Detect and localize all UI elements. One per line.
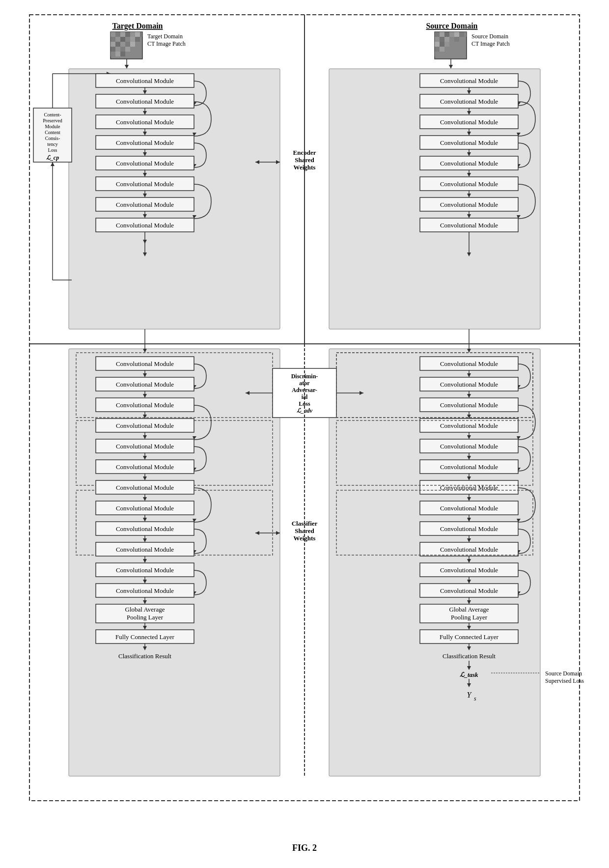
svg-text:Shared: Shared bbox=[295, 156, 314, 164]
svg-rect-83 bbox=[435, 37, 440, 42]
source-enc-mod-6: Convolutional Module bbox=[440, 180, 498, 188]
figure-caption: FIG. 2 bbox=[292, 843, 317, 853]
svg-text:s: s bbox=[474, 695, 476, 702]
target-enc-mod-1: Convolutional Module bbox=[116, 77, 174, 84]
target-dec-mod-10: Convolutional Module bbox=[116, 546, 174, 553]
svg-rect-19 bbox=[120, 42, 125, 47]
content-loss-label: ℒ_cp bbox=[46, 154, 59, 161]
svg-rect-87 bbox=[454, 37, 459, 42]
target-dec-mod-11: Convolutional Module bbox=[116, 566, 174, 574]
target-dec-mod-3: Convolutional Module bbox=[116, 401, 174, 409]
main-diagram: Target Domain Target Domain CT Image Pat… bbox=[25, 10, 584, 835]
svg-rect-4 bbox=[111, 32, 115, 37]
svg-rect-23 bbox=[115, 47, 120, 52]
source-enc-mod-1: Convolutional Module bbox=[440, 77, 498, 84]
svg-rect-82 bbox=[464, 32, 467, 37]
svg-rect-25 bbox=[125, 47, 130, 52]
source-gap-layer: Global Average bbox=[449, 606, 489, 613]
svg-rect-27 bbox=[115, 52, 120, 56]
target-dec-mod-5: Convolutional Module bbox=[116, 443, 174, 450]
svg-rect-77 bbox=[440, 32, 444, 37]
source-enc-mod-4: Convolutional Module bbox=[440, 139, 498, 146]
svg-rect-88 bbox=[435, 42, 440, 47]
source-dec-mod-6: Convolutional Module bbox=[440, 463, 498, 471]
svg-rect-90 bbox=[444, 42, 449, 47]
target-classification-result: Classification Result bbox=[118, 652, 171, 660]
svg-text:CT Image Patch: CT Image Patch bbox=[147, 40, 186, 47]
target-enc-mod-8: Convolutional Module bbox=[116, 222, 174, 229]
target-dec-mod-12: Convolutional Module bbox=[116, 587, 174, 594]
svg-text:Weights: Weights bbox=[294, 164, 316, 171]
svg-rect-6 bbox=[120, 32, 125, 37]
source-dec-mod-3: Convolutional Module bbox=[440, 401, 498, 409]
target-dec-mod-6: Convolutional Module bbox=[116, 463, 174, 471]
svg-rect-24 bbox=[120, 47, 125, 52]
svg-rect-91 bbox=[435, 47, 440, 52]
svg-rect-8 bbox=[130, 32, 135, 37]
svg-rect-17 bbox=[111, 42, 115, 47]
svg-text:CT Image Patch: CT Image Patch bbox=[471, 40, 510, 47]
svg-rect-28 bbox=[120, 52, 125, 56]
source-domain-title: Source Domain bbox=[426, 22, 477, 30]
svg-text:Loss: Loss bbox=[48, 147, 57, 153]
svg-text:Preserved: Preserved bbox=[43, 118, 62, 123]
svg-rect-13 bbox=[120, 37, 125, 42]
supervised-loss-label: Source Domain bbox=[545, 670, 582, 677]
source-dec-mod-4: Convolutional Module bbox=[440, 422, 498, 429]
source-dec-mod-5: Convolutional Module bbox=[440, 443, 498, 450]
source-dec-mod-11: Convolutional Module bbox=[440, 566, 498, 574]
svg-rect-86 bbox=[449, 37, 454, 42]
source-dec-mod-8: Convolutional Module bbox=[440, 504, 498, 512]
svg-rect-134 bbox=[329, 349, 540, 776]
content-preserved-label: Content- bbox=[44, 112, 61, 117]
svg-rect-21 bbox=[130, 42, 135, 47]
target-dec-mod-4: Convolutional Module bbox=[116, 422, 174, 429]
svg-text:Supervised Loss: Supervised Loss bbox=[545, 677, 584, 684]
svg-rect-20 bbox=[125, 42, 130, 47]
svg-text:Consis-: Consis- bbox=[45, 136, 60, 141]
source-dec-mod-9: Convolutional Module bbox=[440, 525, 498, 532]
target-patch-label: Target Domain bbox=[147, 33, 183, 40]
task-loss-label: ℒ_task bbox=[460, 671, 478, 678]
target-dec-mod-8: Convolutional Module bbox=[116, 504, 174, 512]
svg-rect-15 bbox=[130, 37, 135, 42]
target-enc-mod-2: Convolutional Module bbox=[116, 98, 174, 105]
svg-text:Module: Module bbox=[45, 124, 60, 129]
encoder-label: Encoder bbox=[293, 149, 316, 156]
svg-rect-9 bbox=[135, 32, 140, 37]
svg-rect-80 bbox=[454, 32, 459, 37]
source-enc-mod-3: Convolutional Module bbox=[440, 118, 498, 126]
source-patch-label: Source Domain bbox=[471, 33, 508, 40]
target-dec-mod-1: Convolutional Module bbox=[116, 360, 174, 367]
source-enc-mod-8: Convolutional Module bbox=[440, 222, 498, 229]
target-enc-mod-6: Convolutional Module bbox=[116, 180, 174, 188]
svg-rect-89 bbox=[440, 42, 444, 47]
target-enc-mod-5: Convolutional Module bbox=[116, 160, 174, 167]
svg-rect-78 bbox=[444, 32, 449, 37]
svg-rect-11 bbox=[111, 37, 115, 42]
svg-rect-7 bbox=[125, 32, 130, 37]
svg-text:Pooling Layer: Pooling Layer bbox=[127, 614, 164, 621]
source-dec-mod-12: Convolutional Module bbox=[440, 587, 498, 594]
svg-rect-16 bbox=[135, 37, 140, 42]
svg-rect-10 bbox=[140, 32, 142, 37]
svg-rect-81 bbox=[459, 32, 464, 37]
target-dec-mod-9: Convolutional Module bbox=[116, 525, 174, 532]
svg-marker-96 bbox=[449, 65, 453, 69]
source-enc-mod-2: Convolutional Module bbox=[440, 98, 498, 105]
svg-rect-84 bbox=[440, 37, 444, 42]
svg-text:Content: Content bbox=[45, 130, 60, 135]
svg-rect-18 bbox=[115, 42, 120, 47]
svg-rect-14 bbox=[125, 37, 130, 42]
svg-rect-5 bbox=[115, 32, 120, 37]
svg-rect-22 bbox=[111, 47, 115, 52]
source-dec-mod-1: Convolutional Module bbox=[440, 360, 498, 367]
target-enc-mod-7: Convolutional Module bbox=[116, 201, 174, 208]
source-classification-result: Classification Result bbox=[443, 652, 496, 660]
svg-text:tency: tency bbox=[47, 141, 58, 147]
source-enc-mod-5: Convolutional Module bbox=[440, 160, 498, 167]
target-gap-layer: Global Average bbox=[125, 606, 165, 613]
target-fc-layer: Fully Connected Layer bbox=[115, 633, 175, 641]
svg-text:Pooling Layer: Pooling Layer bbox=[451, 614, 488, 621]
source-dec-mod-10: Convolutional Module bbox=[440, 546, 498, 553]
